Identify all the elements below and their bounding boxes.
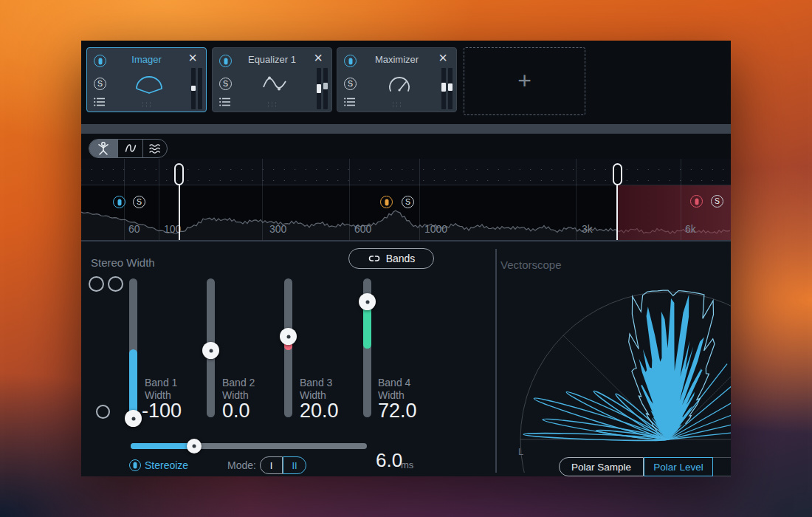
close-icon[interactable]: × (314, 49, 323, 66)
stereoize-time-value[interactable]: 6.0 (376, 449, 402, 472)
band4-solo-button[interactable]: S (711, 195, 723, 208)
imager-gauge-icon (133, 73, 165, 95)
drag-handle-icon[interactable] (391, 101, 404, 109)
panel-divider (495, 249, 497, 473)
grid-line (159, 159, 159, 240)
stick-figure-icon[interactable] (89, 140, 117, 157)
module-meter (317, 68, 328, 109)
band1-value[interactable]: -100 (142, 400, 182, 422)
band1-handle[interactable] (125, 410, 142, 427)
preset-list-icon[interactable] (344, 97, 356, 107)
crossover-handle[interactable] (613, 163, 622, 185)
band3-handle[interactable] (280, 328, 297, 345)
band4-power-icon[interactable] (690, 195, 703, 208)
mode-label: Mode: (227, 459, 256, 471)
view-toolbar (89, 139, 168, 158)
stereoize-fill (131, 443, 194, 449)
module-meter (441, 68, 453, 109)
stereoize-handle[interactable] (187, 439, 202, 453)
sine-wave-icon[interactable] (117, 140, 142, 157)
preset-list-icon[interactable] (219, 97, 231, 107)
preset-list-icon[interactable] (94, 97, 106, 107)
crossover-line (616, 185, 618, 240)
grid-line (262, 159, 263, 240)
drag-handle-icon[interactable] (141, 101, 154, 109)
band4-handle[interactable] (359, 293, 376, 310)
freq-label: 1000 (424, 223, 447, 235)
polar-level-button[interactable]: Polar Level (644, 457, 713, 476)
power-icon[interactable] (94, 55, 106, 67)
band4-label: Band 4Width (378, 377, 410, 402)
solo-button[interactable]: S (94, 78, 106, 90)
drag-handle-icon[interactable] (266, 101, 279, 109)
stereo-width-title: Stereo Width (91, 256, 155, 269)
bands-button-label: Bands (386, 253, 416, 264)
module-card-imager[interactable]: Imager × S (86, 47, 207, 112)
desktop-wallpaper: { "glyphs": { "close": "×", "plus": "+",… (0, 0, 812, 517)
wide-stereo-icon (108, 276, 123, 292)
band1-solo-button[interactable]: S (133, 196, 145, 208)
grid-line (419, 159, 420, 240)
bands-link-button[interactable]: Bands (348, 248, 434, 269)
solo-button[interactable]: S (219, 78, 232, 90)
squiggle-waves-icon[interactable] (142, 140, 167, 157)
polar-extra-segment[interactable] (713, 457, 731, 476)
link-icon (368, 255, 381, 262)
grid-line (681, 159, 681, 240)
add-module-slot[interactable]: + (464, 47, 585, 115)
band1-power-icon[interactable] (113, 196, 125, 208)
stereoize-power-icon[interactable] (129, 459, 141, 471)
polar-sample-button[interactable]: Polar Sample (559, 457, 644, 476)
module-title: Equalizer 1 (233, 54, 311, 65)
module-title: Maximizer (358, 54, 436, 65)
mono-icon (96, 405, 110, 419)
band1-label: Band 1Width (145, 377, 177, 402)
band3-power-icon[interactable] (380, 196, 393, 208)
left-channel-label: L (518, 446, 523, 457)
crossover-handle[interactable] (174, 163, 184, 185)
close-icon[interactable]: × (438, 49, 447, 66)
band4-highlight-region (618, 185, 731, 240)
module-card-equalizer[interactable]: Equalizer 1 × S (212, 47, 332, 112)
band1-fill (129, 349, 137, 419)
band3-value[interactable]: 20.0 (300, 400, 339, 422)
module-meter (191, 68, 203, 109)
freq-label: 60 (128, 223, 140, 235)
solo-button[interactable]: S (344, 78, 357, 90)
stereoize-amount-slider[interactable] (131, 443, 367, 449)
crossover-line (179, 185, 180, 240)
band4-value[interactable]: 72.0 (378, 400, 417, 422)
freq-label: 3k (582, 223, 593, 235)
module-card-maximizer[interactable]: Maximizer × S (337, 47, 457, 112)
stereoize-label[interactable]: Stereoize (145, 459, 188, 471)
band3-label: Band 3Width (300, 377, 332, 402)
mode-2-button[interactable]: II (283, 456, 306, 474)
band2-label: Band 2Width (222, 377, 255, 402)
vectorscope-display (498, 249, 731, 473)
equalizer-curve-icon (258, 73, 291, 95)
plus-icon: + (464, 67, 585, 95)
freq-label: 600 (354, 223, 371, 235)
plugin-window: Imager × S Equalizer 1 × S (81, 41, 731, 476)
freq-label: 300 (269, 223, 286, 235)
maximizer-gauge-icon (383, 73, 416, 95)
band2-handle[interactable] (202, 342, 219, 359)
stereoize-time-unit: ms (401, 459, 413, 470)
close-icon[interactable]: × (188, 49, 197, 66)
window-divider-strip (81, 124, 731, 134)
grid-line (576, 159, 577, 240)
grid-line (349, 159, 350, 240)
mode-1-button[interactable]: I (260, 456, 283, 474)
module-title: Imager (108, 54, 185, 65)
band3-solo-button[interactable]: S (402, 196, 414, 208)
wide-stereo-icon (89, 276, 104, 292)
power-icon[interactable] (344, 55, 357, 67)
power-icon[interactable] (219, 55, 232, 67)
band2-value[interactable]: 0.0 (222, 400, 250, 422)
freq-label: 6k (685, 223, 696, 235)
